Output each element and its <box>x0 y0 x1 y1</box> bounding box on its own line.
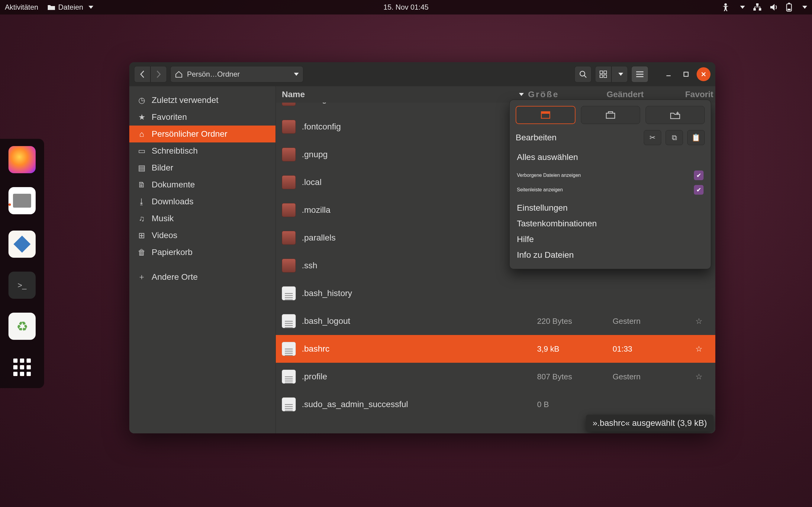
sidebar-item-zuletzt-verwendet[interactable]: ◷Zuletzt verwendet <box>129 92 275 109</box>
search-button[interactable] <box>574 66 592 82</box>
network-icon[interactable] <box>753 3 762 11</box>
app-menu[interactable]: Dateien <box>47 3 94 11</box>
sidebar-item-videos[interactable]: ⊞Videos <box>129 227 275 244</box>
select-all-item[interactable]: Alles auswählen <box>516 150 705 165</box>
help-item[interactable]: Hilfe <box>516 231 705 247</box>
file-date: Gestern <box>613 372 682 382</box>
show-hidden-label: Verborgene Dateien anzeigen <box>517 173 581 178</box>
forward-button[interactable] <box>150 66 167 82</box>
favorite-toggle[interactable]: ☆ <box>688 317 709 326</box>
view-dropdown-button[interactable] <box>611 66 628 82</box>
back-button[interactable] <box>134 66 150 82</box>
doc-icon: 🗎 <box>137 180 146 189</box>
sidebar: ◷Zuletzt verwendet★Favoriten⌂Persönliche… <box>129 86 275 433</box>
file-name: .gnupg <box>302 150 531 159</box>
sidebar-item-schreibtisch[interactable]: ▭Schreibtisch <box>129 143 275 159</box>
dock-terminal[interactable] <box>8 272 36 299</box>
cut-button[interactable]: ✂ <box>644 130 661 145</box>
trash-icon: 🗑 <box>137 248 146 257</box>
file-name: .bash_logout <box>302 316 531 326</box>
plus-icon: ＋ <box>137 272 146 282</box>
minimize-button[interactable] <box>662 67 675 81</box>
sidebar-label: Andere Orte <box>152 272 198 282</box>
settings-item[interactable]: Einstellungen <box>516 200 705 216</box>
breadcrumb-label: Persön…Ordner <box>187 70 240 78</box>
dock-show-apps[interactable] <box>8 354 36 381</box>
folder-icon <box>282 103 296 106</box>
sidebar-item-downloads[interactable]: ⭳Downloads <box>129 193 275 210</box>
battery-icon[interactable] <box>786 3 792 12</box>
sidebar-label: Dokumente <box>152 180 195 189</box>
svg-rect-12 <box>684 72 688 76</box>
home-icon <box>175 71 183 78</box>
music-icon: ♫ <box>137 214 146 223</box>
new-window-button[interactable] <box>516 106 575 124</box>
file-name: .profile <box>302 372 531 382</box>
path-bar[interactable]: Persön…Ordner <box>170 66 303 82</box>
folder-icon <box>282 203 296 217</box>
sidebar-item-dokumente[interactable]: 🗎Dokumente <box>129 176 275 193</box>
show-sidebar-toggle[interactable]: Seitenleiste anzeigen ✔ <box>516 182 705 197</box>
sidebar-item-andere-orte[interactable]: ＋Andere Orte <box>129 268 275 286</box>
sidebar-item-bilder[interactable]: ▤Bilder <box>129 159 275 176</box>
files-window: Persön…Ordner ◷Zuletzt verwendet★Favorit… <box>129 62 715 433</box>
svg-point-7 <box>580 71 585 76</box>
col-size[interactable]: Größe <box>528 90 607 99</box>
maximize-button[interactable] <box>679 67 693 81</box>
hamburger-menu-button[interactable] <box>631 66 648 82</box>
copy-button[interactable]: ⧉ <box>665 130 683 145</box>
file-name: .parallels <box>302 233 531 243</box>
dock-firefox[interactable] <box>8 146 36 173</box>
star-icon: ★ <box>137 113 146 122</box>
shortcuts-item[interactable]: Tastenkombinationen <box>516 216 705 231</box>
file-row[interactable]: .bashrc 3,9 kB 01:33 ☆ <box>276 335 715 363</box>
close-button[interactable] <box>697 67 711 81</box>
paste-button[interactable]: 📋 <box>687 130 705 145</box>
clock[interactable]: 15. Nov 01:45 <box>383 3 428 11</box>
col-name[interactable]: Name <box>282 90 517 99</box>
sidebar-label: Papierkorb <box>152 247 192 257</box>
chevron-down-icon <box>802 6 807 9</box>
dock-files[interactable] <box>8 187 36 214</box>
folder-icon <box>282 259 296 273</box>
running-indicator-icon <box>8 204 11 206</box>
svg-rect-5 <box>788 3 790 4</box>
svg-rect-2 <box>753 8 756 11</box>
new-tab-button[interactable] <box>581 106 640 124</box>
file-row[interactable]: .sudo_as_admin_successful 0 B <box>276 391 715 418</box>
image-icon: ▤ <box>137 163 146 173</box>
volume-icon[interactable] <box>770 4 778 11</box>
sidebar-label: Persönlicher Ordner <box>152 129 227 139</box>
edit-label: Bearbeiten <box>516 133 640 143</box>
svg-rect-11 <box>604 75 607 77</box>
view-grid-button[interactable] <box>595 66 611 82</box>
file-row[interactable]: .profile 807 Bytes Gestern ☆ <box>276 363 715 391</box>
activities-button[interactable]: Aktivitäten <box>5 3 38 11</box>
dock-trash[interactable] <box>8 313 36 340</box>
dock-text-editor[interactable] <box>8 231 36 258</box>
new-folder-button[interactable] <box>646 106 705 124</box>
checkbox-checked-icon: ✔ <box>694 170 704 180</box>
file-icon <box>282 286 296 300</box>
chevron-down-icon <box>618 73 623 76</box>
favorite-toggle[interactable]: ☆ <box>688 344 709 354</box>
col-date[interactable]: Geändert <box>607 90 685 99</box>
svg-rect-10 <box>600 75 603 77</box>
file-row[interactable]: .bash_history <box>276 279 715 307</box>
nav-group <box>134 66 167 82</box>
sidebar-item-persönlicher-ordner[interactable]: ⌂Persönlicher Ordner <box>129 125 275 143</box>
about-item[interactable]: Info zu Dateien <box>516 247 705 263</box>
folder-icon <box>282 148 296 162</box>
col-fav[interactable]: Favorit <box>685 90 709 99</box>
sidebar-item-musik[interactable]: ♫Musik <box>129 210 275 227</box>
sidebar-item-favoriten[interactable]: ★Favoriten <box>129 109 275 125</box>
file-row[interactable]: .bash_logout 220 Bytes Gestern ☆ <box>276 307 715 335</box>
file-icon <box>282 370 296 384</box>
sidebar-label: Downloads <box>152 197 194 207</box>
sidebar-label: Favoriten <box>152 112 187 122</box>
show-hidden-toggle[interactable]: Verborgene Dateien anzeigen ✔ <box>516 168 705 182</box>
svg-rect-1 <box>756 3 759 6</box>
accessibility-icon[interactable] <box>721 3 730 11</box>
sidebar-item-papierkorb[interactable]: 🗑Papierkorb <box>129 244 275 261</box>
favorite-toggle[interactable]: ☆ <box>688 372 709 382</box>
